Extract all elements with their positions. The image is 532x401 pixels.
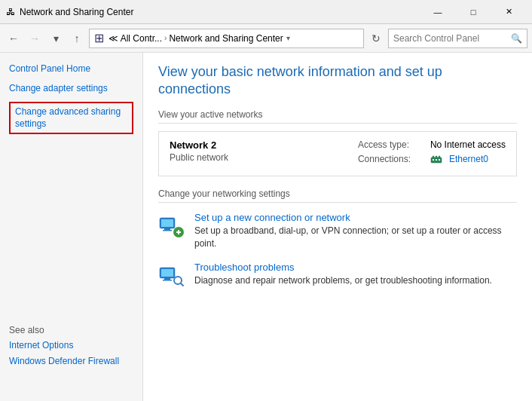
active-networks-label: View your active networks <box>158 109 517 124</box>
action-item-new-connection: Set up a new connection or network Set u… <box>158 212 517 250</box>
forward-button[interactable]: → <box>26 29 44 47</box>
sidebar-link-advanced-sharing[interactable]: Change advanced sharing settings <box>9 102 133 134</box>
see-also-section: See also Internet Options Windows Defend… <box>9 325 134 375</box>
see-also-firewall[interactable]: Windows Defender Firewall <box>9 356 134 368</box>
action-item-troubleshoot: Troubleshoot problems Diagnose and repai… <box>158 262 517 289</box>
troubleshoot-link[interactable]: Troubleshoot problems <box>194 262 517 273</box>
access-type-label: Access type: <box>358 139 426 150</box>
new-connection-desc: Set up a broadband, dial-up, or VPN conn… <box>194 225 502 249</box>
ethernet-link[interactable]: Ethernet0 <box>449 154 488 164</box>
access-type-row: Access type: No Internet access <box>358 139 506 150</box>
connections-row: Connections: Ethernet0 <box>358 153 506 165</box>
see-also-label: See also <box>9 325 134 335</box>
new-connection-text: Set up a new connection or network Set u… <box>194 212 517 250</box>
svg-rect-17 <box>163 280 172 281</box>
app-icon: 🖧 <box>6 7 15 17</box>
svg-rect-3 <box>439 156 440 158</box>
breadcrumb-dropdown-icon[interactable]: ▾ <box>286 34 290 42</box>
address-path[interactable]: ⊞ ≪ All Contr... › Network and Sharing C… <box>89 29 364 48</box>
sidebar-wrapper: Control Panel Home Change adapter settin… <box>9 63 133 390</box>
svg-rect-8 <box>161 219 173 227</box>
access-type-value: No Internet access <box>430 139 506 150</box>
search-input[interactable] <box>393 33 511 44</box>
svg-rect-4 <box>433 159 434 161</box>
close-button[interactable]: ✕ <box>491 5 526 20</box>
address-bar: ← → ▾ ↑ ⊞ ≪ All Contr... › Network and S… <box>0 24 532 53</box>
maximize-button[interactable]: □ <box>456 5 491 20</box>
main-layout: Control Panel Home Change adapter settin… <box>0 53 532 401</box>
new-connection-link[interactable]: Set up a new connection or network <box>194 212 517 223</box>
networking-settings-label: Change your networking settings <box>158 188 517 203</box>
svg-line-19 <box>181 283 183 286</box>
connections-label: Connections: <box>358 154 426 164</box>
troubleshoot-text: Troubleshoot problems Diagnose and repai… <box>194 262 517 287</box>
up-button[interactable]: ↑ <box>68 29 86 47</box>
minimize-button[interactable]: — <box>420 5 455 20</box>
svg-rect-10 <box>163 230 172 231</box>
network-type: Public network <box>170 152 228 163</box>
new-connection-icon <box>158 212 185 239</box>
network-card: Network 2 Public network Access type: No… <box>158 131 517 176</box>
see-also-internet-options[interactable]: Internet Options <box>9 340 134 352</box>
breadcrumb-current[interactable]: Network and Sharing Center <box>169 33 283 44</box>
refresh-button[interactable]: ↻ <box>367 29 385 47</box>
title-bar: 🖧 Network and Sharing Center — □ ✕ <box>0 0 532 24</box>
breadcrumb-home[interactable]: ≪ All Contr... <box>109 33 162 44</box>
back-button[interactable]: ← <box>5 29 23 47</box>
network-name: Network 2 <box>170 139 228 151</box>
svg-rect-13 <box>178 230 179 234</box>
networking-settings-section: Change your networking settings <box>158 188 517 289</box>
search-box[interactable]: 🔍 <box>388 29 527 48</box>
troubleshoot-desc: Diagnose and repair network problems, or… <box>194 275 492 286</box>
breadcrumb-separator: › <box>164 34 167 42</box>
ethernet-icon <box>430 153 442 165</box>
window-controls: — □ ✕ <box>420 5 526 20</box>
sidebar-link-home[interactable]: Control Panel Home <box>9 63 133 75</box>
sidebar-link-adapter[interactable]: Change adapter settings <box>9 83 133 95</box>
page-title: View your basic network information and … <box>158 63 517 99</box>
search-icon: 🔍 <box>511 33 522 44</box>
svg-rect-9 <box>164 228 170 230</box>
svg-rect-1 <box>433 156 434 158</box>
troubleshoot-icon <box>158 262 185 289</box>
svg-rect-6 <box>439 159 440 161</box>
network-info-right: Access type: No Internet access Connecti… <box>358 139 506 168</box>
svg-rect-5 <box>436 159 437 161</box>
content-area: View your basic network information and … <box>143 53 532 401</box>
window-title: Network and Sharing Center <box>20 7 420 17</box>
network-info-left: Network 2 Public network <box>170 139 228 163</box>
svg-rect-16 <box>164 278 170 280</box>
svg-rect-15 <box>161 269 173 277</box>
svg-rect-2 <box>436 156 437 158</box>
sidebar: Control Panel Home Change adapter settin… <box>0 53 143 401</box>
recent-button[interactable]: ▾ <box>47 29 65 47</box>
